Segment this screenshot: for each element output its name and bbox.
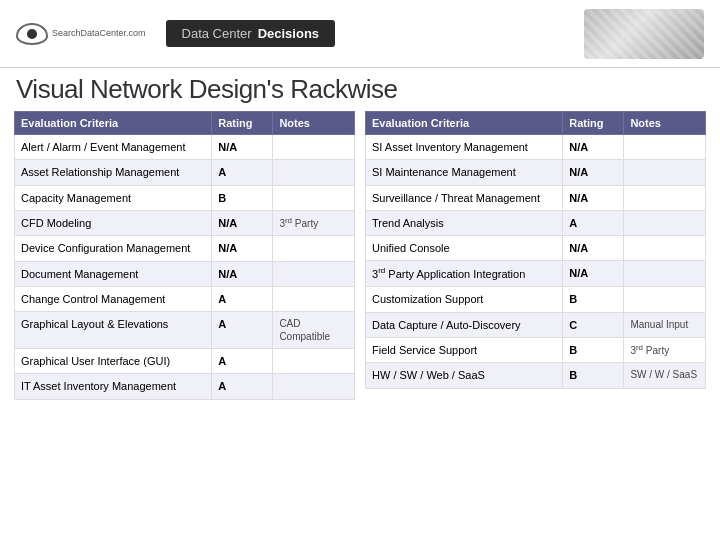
rating-cell: N/A: [563, 135, 624, 160]
left-header-criteria: Evaluation Criteria: [15, 112, 212, 135]
table-row: Alert / Alarm / Event ManagementN/A: [15, 135, 355, 160]
rating-cell: N/A: [563, 185, 624, 210]
notes-cell: Manual Input: [624, 312, 706, 337]
page-title-area: Visual Network Design's Rackwise: [0, 68, 720, 111]
criteria-cell: Field Service Support: [366, 338, 563, 363]
criteria-cell: Device Configuration Management: [15, 236, 212, 261]
logo-sdc: SearchDataCenter.com: [16, 23, 146, 45]
rating-cell: N/A: [563, 236, 624, 261]
left-table-body: Alert / Alarm / Event ManagementN/AAsset…: [15, 135, 355, 400]
logo-text: SearchDataCenter.com: [52, 28, 146, 39]
rating-cell: A: [212, 349, 273, 374]
rating-cell: A: [212, 160, 273, 185]
table-row: Graphical User Interface (GUI)A: [15, 349, 355, 374]
criteria-cell: Customization Support: [366, 287, 563, 312]
right-table-body: SI Asset Inventory ManagementN/ASI Maint…: [366, 135, 706, 389]
table-row: 3rd Party Application IntegrationN/A: [366, 261, 706, 287]
rating-cell: A: [212, 312, 273, 349]
main-content: Evaluation Criteria Rating Notes Alert /…: [0, 111, 720, 408]
criteria-cell: Capacity Management: [15, 185, 212, 210]
notes-cell: [273, 135, 355, 160]
criteria-cell: Change Control Management: [15, 286, 212, 311]
banner-decisions: Decisions: [258, 26, 319, 41]
notes-cell: CAD Compatible: [273, 312, 355, 349]
notes-cell: [273, 349, 355, 374]
left-table-section: Evaluation Criteria Rating Notes Alert /…: [14, 111, 355, 400]
rating-cell: A: [212, 286, 273, 311]
criteria-cell: Data Capture / Auto-Discovery: [366, 312, 563, 337]
criteria-cell: HW / SW / Web / SaaS: [366, 363, 563, 388]
notes-cell: [624, 135, 706, 160]
notes-cell: [624, 236, 706, 261]
table-row: Unified ConsoleN/A: [366, 236, 706, 261]
table-row: Trend AnalysisA: [366, 210, 706, 235]
page-title: Visual Network Design's Rackwise: [16, 74, 704, 105]
table-row: CFD ModelingN/A3rd Party: [15, 210, 355, 235]
header: SearchDataCenter.com Data Center Decisio…: [0, 0, 720, 68]
right-table-header-row: Evaluation Criteria Rating Notes: [366, 112, 706, 135]
table-row: Field Service SupportB3rd Party: [366, 338, 706, 363]
rating-cell: A: [212, 374, 273, 399]
rating-cell: C: [563, 312, 624, 337]
criteria-cell: Surveillance / Threat Management: [366, 185, 563, 210]
rating-cell: B: [563, 287, 624, 312]
table-row: Document ManagementN/A: [15, 261, 355, 286]
rating-cell: N/A: [212, 236, 273, 261]
right-table: Evaluation Criteria Rating Notes SI Asse…: [365, 111, 706, 389]
table-row: Data Capture / Auto-DiscoveryCManual Inp…: [366, 312, 706, 337]
criteria-cell: Trend Analysis: [366, 210, 563, 235]
rating-cell: N/A: [212, 210, 273, 235]
banner-box: Data Center Decisions: [166, 20, 336, 47]
rating-cell: N/A: [212, 135, 273, 160]
rating-cell: B: [563, 363, 624, 388]
table-row: Device Configuration ManagementN/A: [15, 236, 355, 261]
criteria-cell: SI Asset Inventory Management: [366, 135, 563, 160]
notes-cell: [273, 236, 355, 261]
table-row: Asset Relationship ManagementA: [15, 160, 355, 185]
criteria-cell: Graphical Layout & Elevations: [15, 312, 212, 349]
notes-cell: 3rd Party: [273, 210, 355, 235]
right-header-criteria: Evaluation Criteria: [366, 112, 563, 135]
banner-data-center: Data Center: [182, 26, 252, 41]
notes-cell: SW / W / SaaS: [624, 363, 706, 388]
notes-cell: [624, 185, 706, 210]
notes-cell: [273, 160, 355, 185]
right-header-notes: Notes: [624, 112, 706, 135]
notes-cell: [273, 374, 355, 399]
table-row: Graphical Layout & ElevationsACAD Compat…: [15, 312, 355, 349]
notes-cell: 3rd Party: [624, 338, 706, 363]
notes-cell: [273, 261, 355, 286]
table-row: Capacity ManagementB: [15, 185, 355, 210]
rating-cell: N/A: [563, 160, 624, 185]
notes-cell: [624, 261, 706, 287]
table-row: IT Asset Inventory ManagementA: [15, 374, 355, 399]
criteria-cell: Graphical User Interface (GUI): [15, 349, 212, 374]
table-row: SI Maintenance ManagementN/A: [366, 160, 706, 185]
rating-cell: B: [212, 185, 273, 210]
table-row: HW / SW / Web / SaaSBSW / W / SaaS: [366, 363, 706, 388]
header-graphic: [584, 9, 704, 59]
criteria-cell: Alert / Alarm / Event Management: [15, 135, 212, 160]
table-row: Customization SupportB: [366, 287, 706, 312]
table-row: Surveillance / Threat ManagementN/A: [366, 185, 706, 210]
criteria-cell: Unified Console: [366, 236, 563, 261]
table-row: Change Control ManagementA: [15, 286, 355, 311]
left-table-header-row: Evaluation Criteria Rating Notes: [15, 112, 355, 135]
notes-cell: [624, 160, 706, 185]
rating-cell: B: [563, 338, 624, 363]
criteria-cell: SI Maintenance Management: [366, 160, 563, 185]
criteria-cell: CFD Modeling: [15, 210, 212, 235]
notes-cell: [273, 286, 355, 311]
rating-cell: N/A: [212, 261, 273, 286]
eye-pupil: [27, 29, 37, 39]
notes-cell: [624, 287, 706, 312]
notes-cell: [273, 185, 355, 210]
left-header-notes: Notes: [273, 112, 355, 135]
table-row: SI Asset Inventory ManagementN/A: [366, 135, 706, 160]
left-header-rating: Rating: [212, 112, 273, 135]
logo-area: SearchDataCenter.com Data Center Decisio…: [16, 20, 335, 47]
left-table: Evaluation Criteria Rating Notes Alert /…: [14, 111, 355, 400]
criteria-cell: Document Management: [15, 261, 212, 286]
criteria-cell: Asset Relationship Management: [15, 160, 212, 185]
rating-cell: N/A: [563, 261, 624, 287]
